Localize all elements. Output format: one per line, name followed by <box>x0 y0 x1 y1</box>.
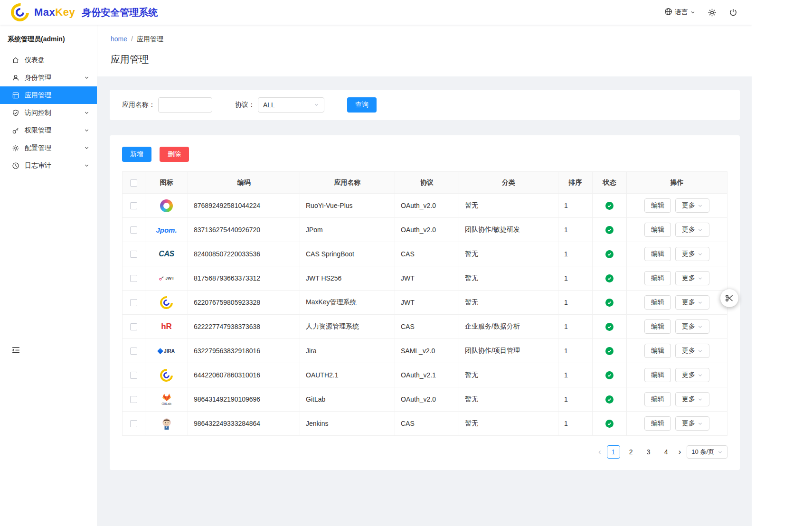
chevron-down-icon <box>84 110 89 115</box>
pagination-page-3[interactable]: 3 <box>642 445 655 459</box>
more-button[interactable]: 更多 <box>675 295 709 310</box>
pagination-page-2[interactable]: 2 <box>624 445 638 459</box>
app-name-cell: OAUTH2.1 <box>300 363 395 387</box>
row-checkbox[interactable] <box>130 372 137 379</box>
breadcrumb-home-link[interactable]: home <box>111 35 127 44</box>
status-enabled-icon <box>605 226 614 234</box>
chevron-down-icon <box>84 163 89 168</box>
table-row: hR622227747938373638人力资源管理系统CAS企业服务/数据分析… <box>123 315 727 339</box>
app-sort-cell: 1 <box>558 363 593 387</box>
sidebar-item-dashboard[interactable]: 仪表盘 <box>0 51 97 69</box>
status-enabled-icon <box>605 250 614 258</box>
sidebar-item-access-control[interactable]: 访问控制 <box>0 104 97 122</box>
sidebar-item-apps[interactable]: 应用管理 <box>0 86 97 104</box>
app-category-cell: 暂无 <box>459 412 558 436</box>
row-checkbox[interactable] <box>130 202 137 209</box>
app-protocol-cell: OAuth_v2.0 <box>395 194 459 218</box>
row-checkbox[interactable] <box>130 251 137 258</box>
more-button[interactable]: 更多 <box>675 247 709 261</box>
select-all-checkbox[interactable] <box>130 179 137 187</box>
edit-button[interactable]: 编辑 <box>644 198 671 213</box>
edit-button[interactable]: 编辑 <box>644 392 671 406</box>
sidebar-item-config[interactable]: 配置管理 <box>0 139 97 157</box>
app-name-cell: Jenkins <box>300 412 395 436</box>
app-name-input[interactable] <box>158 97 212 113</box>
more-button[interactable]: 更多 <box>675 392 709 406</box>
table-row: 644220607860310016OAUTH2.1OAuth_v2.1暂无1编… <box>123 363 727 387</box>
floating-tool-button[interactable] <box>720 289 738 307</box>
row-checkbox[interactable] <box>130 348 137 355</box>
row-checkbox[interactable] <box>130 420 137 427</box>
table-column-header: 编码 <box>188 172 300 194</box>
edit-button[interactable]: 编辑 <box>644 271 671 285</box>
table-column-header: 状态 <box>593 172 627 194</box>
row-checkbox[interactable] <box>130 275 137 282</box>
page-size-select[interactable]: 10 条/页 <box>687 445 727 459</box>
search-button[interactable]: 查询 <box>347 97 377 113</box>
filter-card: 应用名称： 协议： ALL 查询 <box>110 90 740 120</box>
table-column-header: 操作 <box>627 172 727 194</box>
logout-icon[interactable] <box>729 8 737 17</box>
pagination-next[interactable]: › <box>677 447 683 457</box>
language-label: 语言 <box>675 8 688 17</box>
language-selector[interactable]: 语言 <box>664 8 695 17</box>
more-button[interactable]: 更多 <box>675 198 709 213</box>
app-code-cell: 632279563832918016 <box>188 339 300 363</box>
table-column-header: 应用名称 <box>300 172 395 194</box>
pagination-prev[interactable]: ‹ <box>597 447 603 457</box>
app-sort-cell: 1 <box>558 218 593 242</box>
cas-icon: CAS <box>159 246 174 262</box>
sidebar-item-identity[interactable]: 身份管理 <box>0 69 97 86</box>
edit-button[interactable]: 编辑 <box>644 247 671 261</box>
row-checkbox[interactable] <box>130 396 137 403</box>
sidebar-item-label: 访问控制 <box>25 109 84 117</box>
edit-button[interactable]: 编辑 <box>644 368 671 382</box>
app-code-cell: 876892492581044224 <box>188 194 300 218</box>
status-enabled-icon <box>605 371 614 379</box>
edit-button[interactable]: 编辑 <box>644 416 671 431</box>
app-protocol-cell: OAuth_v2.1 <box>395 363 459 387</box>
page-header: home / 应用管理 应用管理 <box>97 25 752 76</box>
delete-button[interactable]: 删除 <box>160 147 189 162</box>
pagination-page-4[interactable]: 4 <box>660 445 673 459</box>
page-size-value: 10 条/页 <box>691 448 714 456</box>
app-name-cell: RuoYi-Vue-Plus <box>300 194 395 218</box>
more-button[interactable]: 更多 <box>675 271 709 285</box>
chevron-down-icon <box>84 145 89 150</box>
row-checkbox[interactable] <box>130 299 137 306</box>
row-checkbox[interactable] <box>130 226 137 234</box>
table-row: JWT817568793663373312JWT HS256JWT暂无1编辑更多 <box>123 266 727 291</box>
sidebar-item-label: 日志审计 <box>25 161 84 170</box>
app-protocol-cell: SAML_v2.0 <box>395 339 459 363</box>
collapse-sidebar-icon[interactable] <box>11 346 20 355</box>
edit-button[interactable]: 编辑 <box>644 295 671 310</box>
app-protocol-cell: OAuth_v2.0 <box>395 387 459 412</box>
select-all-header-cell <box>123 172 145 194</box>
app-code-cell: 817568793663373312 <box>188 266 300 291</box>
app-category-cell: 团队协作/项目管理 <box>459 339 558 363</box>
more-button[interactable]: 更多 <box>675 319 709 334</box>
protocol-select[interactable]: ALL <box>258 97 324 113</box>
more-button[interactable]: 更多 <box>675 416 709 431</box>
sidebar-item-audit[interactable]: 日志审计 <box>0 157 97 174</box>
app-sort-cell: 1 <box>558 242 593 266</box>
app-category-cell: 暂无 <box>459 387 558 412</box>
edit-button[interactable]: 编辑 <box>644 319 671 334</box>
more-button[interactable]: 更多 <box>675 344 709 358</box>
pagination-page-1[interactable]: 1 <box>607 445 620 459</box>
add-button[interactable]: 新增 <box>122 147 151 162</box>
more-button[interactable]: 更多 <box>675 223 709 237</box>
table-column-header: 图标 <box>145 172 188 194</box>
row-checkbox[interactable] <box>130 323 137 330</box>
status-enabled-icon <box>605 395 614 404</box>
brand: MaxKey 身份安全管理系统 <box>10 3 158 22</box>
edit-button[interactable]: 编辑 <box>644 344 671 358</box>
sidebar-item-label: 仪表盘 <box>25 56 89 65</box>
settings-gear-icon[interactable] <box>708 8 717 17</box>
main-content: home / 应用管理 应用管理 应用名称： 协议： ALL <box>97 25 752 526</box>
chevron-down-icon <box>84 128 89 133</box>
sidebar-item-permissions[interactable]: 权限管理 <box>0 122 97 139</box>
more-button[interactable]: 更多 <box>675 368 709 382</box>
edit-button[interactable]: 编辑 <box>644 223 671 237</box>
home-icon <box>11 56 19 64</box>
